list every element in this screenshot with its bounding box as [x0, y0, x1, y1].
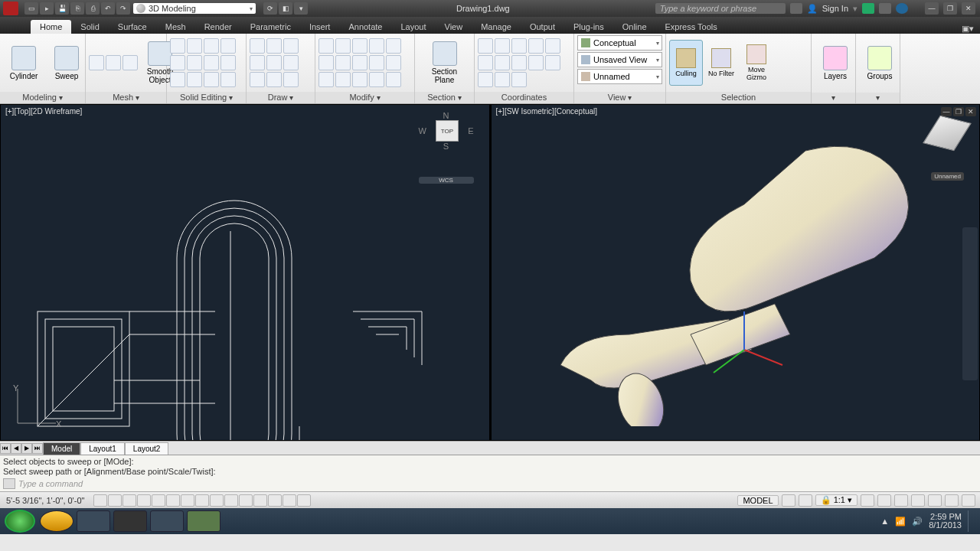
status-icon[interactable] [911, 494, 925, 507]
status-toggle[interactable] [283, 494, 296, 507]
mod-tool[interactable] [369, 38, 384, 54]
tool-icon[interactable] [879, 3, 891, 14]
tab-render[interactable]: Render [195, 20, 241, 34]
qat-plot-icon[interactable]: ⎙ [86, 2, 100, 15]
restore-icon[interactable]: ❐ [943, 2, 957, 15]
coord-tool[interactable] [495, 55, 510, 70]
mod-tool[interactable] [318, 72, 334, 87]
minimize-icon[interactable]: — [925, 2, 939, 15]
coord-tool[interactable] [511, 38, 527, 54]
viewcube-ucs-label[interactable]: Unnamed [931, 172, 964, 181]
tab-solid[interactable]: Solid [71, 20, 108, 34]
tray-flag-icon[interactable]: ▲ [880, 517, 889, 526]
mod-tool[interactable] [352, 38, 368, 54]
panel-layers-expand[interactable]: ▾ [812, 93, 855, 103]
tab-layout[interactable]: Layout [391, 20, 435, 34]
draw-tool[interactable] [283, 55, 299, 70]
vp-minimize-icon[interactable]: — [941, 107, 952, 116]
viewport-right[interactable]: [+][SW Isometric][Conceptual] — ❐ ✕ [490, 104, 981, 441]
status-toggle[interactable] [268, 494, 282, 507]
layers-button[interactable]: Layers [815, 44, 856, 82]
qat-undo-icon[interactable]: ↶ [101, 2, 115, 15]
se-tool[interactable] [187, 55, 202, 70]
help-icon[interactable] [896, 3, 908, 14]
coord-tool[interactable] [495, 38, 510, 54]
command-prompt-icon[interactable] [3, 478, 15, 489]
close-icon[interactable]: ✕ [962, 2, 975, 15]
start-button[interactable] [5, 510, 35, 533]
coord-tool[interactable] [528, 38, 544, 54]
cylinder-button[interactable]: Cylinder [3, 44, 44, 82]
coord-tool[interactable] [511, 55, 527, 70]
mesh-tool[interactable] [122, 55, 138, 70]
panel-section-title[interactable]: Section ▾ [415, 92, 474, 103]
draw-tool[interactable] [250, 72, 265, 87]
tab-nav-first[interactable]: ⏮ [0, 443, 11, 454]
vp-maximize-icon[interactable]: ❐ [953, 107, 964, 116]
coord-tool[interactable] [495, 72, 510, 87]
qat-redo-icon[interactable]: ↷ [116, 2, 130, 15]
sweep-button[interactable]: Sweep [46, 44, 87, 82]
coord-tool[interactable] [545, 38, 560, 54]
groups-button[interactable]: Groups [859, 44, 900, 82]
show-desktop-button[interactable] [968, 510, 974, 532]
mod-tool[interactable] [335, 55, 351, 70]
draw-tool[interactable] [266, 72, 282, 87]
tray-clock[interactable]: 2:59 PM8/1/2013 [929, 513, 962, 530]
status-toggle[interactable] [253, 494, 267, 507]
taskbar-chrome[interactable] [40, 510, 74, 532]
status-icon[interactable] [962, 494, 975, 507]
qat-new-icon[interactable]: ▭ [24, 2, 38, 15]
draw-tool[interactable] [283, 38, 299, 54]
section-plane-button[interactable]: Section Plane [418, 40, 471, 86]
status-toggle[interactable] [239, 494, 253, 507]
qat-saveas-icon[interactable]: ⎘ [70, 2, 84, 15]
tray-volume-icon[interactable]: 🔊 [912, 517, 923, 527]
mesh-tool[interactable] [106, 55, 121, 70]
vp-close-icon[interactable]: ✕ [965, 107, 976, 116]
tab-plugins[interactable]: Plug-ins [564, 20, 613, 34]
mesh-tool[interactable] [89, 55, 104, 70]
se-tool[interactable] [204, 55, 219, 70]
tab-express[interactable]: Express Tools [656, 20, 727, 34]
visual-style-select[interactable]: Conceptual [577, 35, 662, 51]
tab-annotate[interactable]: Annotate [339, 20, 391, 34]
qat-ext3-icon[interactable]: ▾ [294, 2, 308, 15]
status-toggle[interactable] [195, 494, 209, 507]
wcs-label[interactable]: WCS [419, 177, 474, 184]
navigation-bar[interactable] [962, 227, 978, 380]
tab-output[interactable]: Output [521, 20, 564, 34]
status-toggle[interactable] [152, 494, 165, 507]
mod-tool[interactable] [335, 72, 351, 87]
tab-mesh[interactable]: Mesh [156, 20, 195, 34]
taskbar-snip[interactable] [77, 510, 110, 532]
search-input[interactable]: Type a keyword or phrase [655, 3, 786, 14]
exchange-icon[interactable] [862, 3, 874, 14]
se-tool[interactable] [187, 38, 202, 54]
se-tool[interactable] [204, 72, 219, 87]
tab-manage[interactable]: Manage [472, 20, 521, 34]
tab-parametric[interactable]: Parametric [241, 20, 300, 34]
tab-layout2[interactable]: Layout2 [125, 442, 169, 455]
status-toggle[interactable] [297, 494, 311, 507]
mod-tool[interactable] [335, 38, 351, 54]
status-toggle[interactable] [137, 494, 151, 507]
signin-button[interactable]: Sign In [822, 4, 848, 13]
se-tool[interactable] [204, 38, 219, 54]
mod-tool[interactable] [318, 38, 334, 54]
infocenter-icon[interactable] [790, 3, 802, 14]
status-toggle[interactable] [108, 494, 122, 507]
draw-tool[interactable] [266, 38, 282, 54]
mod-tool[interactable] [369, 72, 384, 87]
status-toggle[interactable] [181, 494, 194, 507]
status-icon[interactable] [877, 494, 891, 507]
workspace-selector[interactable]: 3D Modeling ▾ [133, 3, 256, 14]
qat-ext2-icon[interactable]: ◧ [279, 2, 292, 15]
panel-groups-expand[interactable]: ▾ [856, 93, 900, 103]
panel-draw-title[interactable]: Draw ▾ [247, 92, 315, 103]
panel-mesh-title[interactable]: Mesh ▾ [86, 92, 166, 103]
se-tool[interactable] [220, 55, 236, 70]
qat-save-icon[interactable]: 💾 [55, 2, 69, 15]
tab-view[interactable]: View [436, 20, 472, 34]
tray-network-icon[interactable]: 📶 [895, 517, 906, 527]
